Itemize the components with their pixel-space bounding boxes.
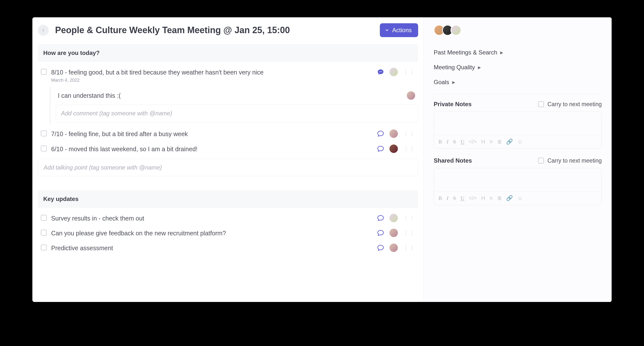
talking-point-text: 8/10 - feeling good, but a bit tired bec… (51, 68, 373, 77)
bullet-list-icon[interactable]: ≡ (490, 195, 493, 202)
code-icon[interactable]: </> (469, 139, 477, 145)
carry-to-next-toggle[interactable]: Carry to next meeting (538, 157, 602, 164)
caret-right-icon: ▸ (452, 79, 455, 86)
editor-toolbar: B I S U </> H ≡ ≣ 🔗 ☺ (434, 191, 602, 205)
notes-body[interactable] (434, 168, 602, 191)
shared-notes-section: Shared Notes Carry to next meeting B I S… (434, 157, 602, 205)
comment-filled-icon[interactable] (377, 69, 384, 76)
avatar (390, 214, 398, 222)
emoji-icon[interactable]: ☺ (517, 139, 523, 145)
main-panel: People & Culture Weekly Team Meeting @ J… (32, 17, 424, 302)
comment-icon[interactable] (377, 215, 384, 222)
talking-point-body: Predictive assessment (51, 244, 373, 252)
talking-point-text: Can you please give feedback on the new … (51, 229, 373, 238)
numbered-list-icon[interactable]: ≣ (497, 195, 502, 202)
talking-point-row: Survey results in - check them out ⋮⋮ (38, 211, 418, 226)
emoji-icon[interactable]: ☺ (517, 195, 523, 202)
private-notes-editor[interactable]: B I S U </> H ≡ ≣ 🔗 ☺ (434, 112, 602, 149)
underline-icon[interactable]: U (461, 195, 464, 202)
app-window: People & Culture Weekly Team Meeting @ J… (32, 17, 612, 302)
talking-point-date: March 4, 2022 (51, 78, 373, 83)
thread-reply: I can understand this :( (56, 89, 418, 103)
drag-handle[interactable]: ⋮⋮ (403, 245, 415, 251)
strikethrough-icon[interactable]: S (453, 139, 456, 145)
side-link-meeting-quality[interactable]: Meeting Quality ▸ (434, 60, 602, 75)
carry-label: Carry to next meeting (548, 101, 602, 108)
italic-icon[interactable]: I (446, 195, 449, 202)
caret-right-icon: ▸ (478, 64, 481, 71)
talking-point-row: 7/10 - feeling fine, but a bit tired aft… (38, 126, 418, 141)
bold-icon[interactable]: B (438, 195, 442, 202)
notes-header: Private Notes Carry to next meeting (434, 101, 602, 108)
checkbox[interactable] (41, 215, 47, 221)
comment-icon[interactable] (377, 229, 384, 236)
numbered-list-icon[interactable]: ≣ (497, 139, 502, 145)
actions-button[interactable]: Actions (380, 23, 418, 37)
bullet-list-icon[interactable]: ≡ (490, 139, 493, 145)
comment-icon[interactable] (377, 244, 384, 251)
checkbox[interactable] (538, 101, 544, 107)
talking-point-text: Survey results in - check them out (51, 214, 373, 223)
chevron-left-icon (41, 28, 46, 33)
comment-icon[interactable] (377, 130, 384, 137)
row-actions: ⋮⋮ (377, 214, 415, 222)
back-button[interactable] (38, 25, 49, 36)
underline-icon[interactable]: U (461, 139, 464, 145)
heading-icon[interactable]: H (481, 195, 485, 202)
talking-point-text: 6/10 - moved this last weekend, so I am … (51, 144, 373, 153)
avatar (407, 91, 415, 100)
notes-header: Shared Notes Carry to next meeting (434, 157, 602, 164)
svg-point-0 (379, 71, 380, 72)
link-icon[interactable]: 🔗 (506, 195, 513, 202)
avatar (390, 244, 398, 252)
participants-avatars (434, 25, 602, 36)
checkbox[interactable] (41, 69, 47, 75)
drag-handle[interactable]: ⋮⋮ (403, 215, 415, 221)
side-link-label: Goals (434, 79, 449, 86)
strikethrough-icon[interactable]: S (453, 195, 456, 202)
side-link-label: Past Meetings & Search (434, 49, 497, 56)
reply-text: I can understand this :( (58, 92, 404, 99)
shared-notes-editor[interactable]: B I S U </> H ≡ ≣ 🔗 ☺ (434, 168, 602, 205)
talking-point-body: Survey results in - check them out (51, 214, 373, 223)
drag-handle[interactable]: ⋮⋮ (403, 230, 415, 236)
editor-toolbar: B I S U </> H ≡ ≣ 🔗 ☺ (434, 135, 602, 148)
comment-thread: I can understand this :( Add comment (ta… (50, 87, 418, 124)
checkbox[interactable] (41, 130, 47, 136)
add-talking-point-input[interactable]: Add talking point (tag someone with @nam… (38, 159, 418, 176)
heading-icon[interactable]: H (481, 139, 485, 145)
side-link-goals[interactable]: Goals ▸ (434, 75, 602, 90)
row-actions: ⋮⋮ (377, 144, 415, 153)
side-link-past-meetings[interactable]: Past Meetings & Search ▸ (434, 45, 602, 60)
notes-body[interactable] (434, 112, 602, 135)
svg-point-2 (381, 71, 382, 72)
actions-label: Actions (392, 27, 412, 34)
bold-icon[interactable]: B (438, 139, 442, 145)
talking-point-text: Predictive assessment (51, 244, 373, 252)
section-header: Key updates (38, 190, 418, 208)
checkbox[interactable] (41, 145, 47, 151)
comment-input[interactable]: Add comment (tag someone with @name) (56, 105, 418, 122)
avatar[interactable] (450, 25, 462, 36)
checkbox[interactable] (538, 158, 544, 163)
notes-title: Private Notes (434, 101, 472, 108)
comment-icon[interactable] (377, 145, 384, 152)
drag-handle[interactable]: ⋮⋮ (403, 69, 415, 75)
drag-handle[interactable]: ⋮⋮ (403, 145, 415, 152)
row-actions: ⋮⋮ (377, 244, 415, 252)
side-link-label: Meeting Quality (434, 64, 475, 71)
talking-point-body: Can you please give feedback on the new … (51, 229, 373, 238)
talking-point-row: 8/10 - feeling good, but a bit tired bec… (38, 65, 418, 86)
talking-point-body: 8/10 - feeling good, but a bit tired bec… (51, 68, 373, 83)
checkbox[interactable] (41, 230, 47, 236)
side-panel: Past Meetings & Search ▸ Meeting Quality… (424, 17, 612, 302)
row-actions: ⋮⋮ (377, 129, 415, 138)
carry-label: Carry to next meeting (548, 157, 602, 164)
checkbox[interactable] (41, 245, 47, 250)
code-icon[interactable]: </> (469, 195, 477, 202)
page-header: People & Culture Weekly Team Meeting @ J… (38, 23, 418, 37)
link-icon[interactable]: 🔗 (506, 139, 513, 145)
drag-handle[interactable]: ⋮⋮ (403, 130, 415, 137)
carry-to-next-toggle[interactable]: Carry to next meeting (538, 101, 602, 108)
italic-icon[interactable]: I (446, 139, 449, 145)
